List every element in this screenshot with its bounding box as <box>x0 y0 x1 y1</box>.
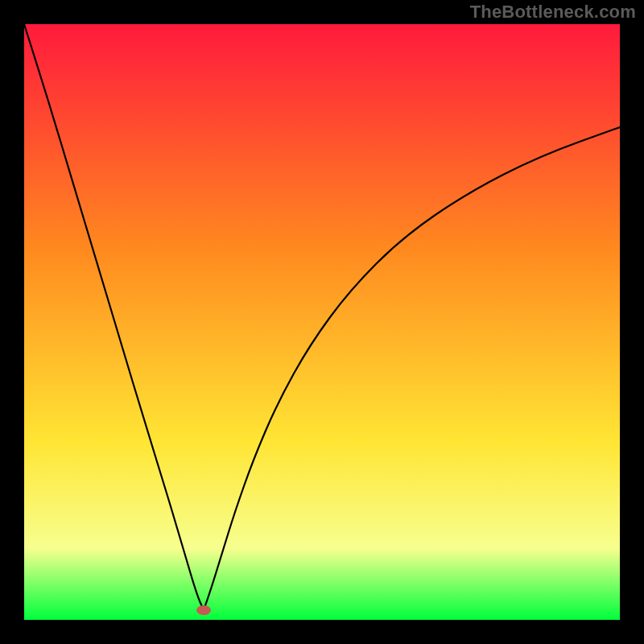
chart-svg <box>24 24 620 620</box>
watermark-text: TheBottleneck.com <box>470 2 636 23</box>
chart-frame: TheBottleneck.com <box>0 0 644 644</box>
minimum-marker <box>196 605 211 615</box>
gradient-background <box>24 24 620 620</box>
plot-area <box>24 24 620 620</box>
